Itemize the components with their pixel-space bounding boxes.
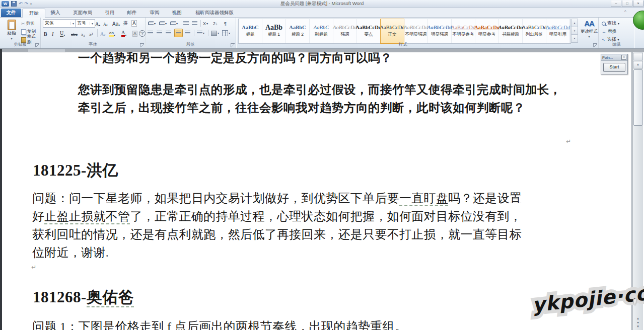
character-shading-button[interactable]: A	[132, 29, 137, 37]
ruler-toggle-button[interactable]	[633, 53, 643, 60]
decrease-indent-button[interactable]	[183, 20, 189, 27]
highlight-dropdown-icon[interactable]: ▾	[114, 33, 115, 37]
ribbon: 粘贴 ▾ ✂ 剪切 复制 格式刷 剪贴板 宋体 ▾ 五号 ▾ A▴	[0, 17, 644, 49]
style-chip-subtitle[interactable]: AaBbC副标题	[310, 19, 333, 43]
spellcheck-underline: 一直盯盘	[399, 192, 448, 206]
save-icon[interactable]	[11, 1, 17, 7]
paste-dropdown-icon[interactable]: ▾	[11, 37, 12, 40]
style-chip-normal[interactable]: AaBbCcDd正文	[380, 19, 404, 44]
strikethrough-button[interactable]: abc	[71, 29, 78, 37]
phonetic-guide-button[interactable]: 拼	[123, 19, 128, 27]
next-page-icon[interactable]: ▼	[636, 325, 639, 328]
font-size-combobox[interactable]: 五号 ▾	[75, 19, 95, 28]
font-size-dropdown-icon[interactable]: ▾	[90, 22, 93, 25]
align-right-button[interactable]	[166, 29, 171, 37]
align-left-button[interactable]	[148, 29, 153, 37]
style-chip-subtle-reference[interactable]: AaBaCcDd不明显参考	[452, 19, 475, 43]
sort-button[interactable]: 2↓	[213, 20, 218, 27]
change-case-button[interactable]: Aa▾	[112, 19, 120, 27]
start-button[interactable]: Start	[603, 63, 625, 72]
numbering-button[interactable]: ▾	[159, 20, 167, 27]
font-name-combobox[interactable]: 宋体 ▾	[43, 19, 76, 28]
qat-customize-icon[interactable]: ▾	[30, 2, 32, 6]
select-browse-object-icon[interactable]: ●	[637, 321, 639, 324]
tab-foxit-reader[interactable]: 福昕阅读器领鲜版	[188, 9, 241, 17]
shrink-font-button[interactable]: A▾	[103, 19, 108, 27]
styles-dialog-launcher-icon[interactable]	[593, 43, 597, 47]
multilevel-list-button[interactable]: ▾	[170, 20, 178, 27]
tab-review[interactable]: 审阅	[144, 9, 165, 17]
paste-button[interactable]: 粘贴 ▾	[2, 19, 21, 44]
style-chip-heading1[interactable]: AaBb标题 1	[262, 19, 286, 43]
styles-more-icon[interactable]: ▾	[571, 35, 578, 43]
style-chip-list-paragraph[interactable]: AaBbCcDd列出段落	[523, 19, 546, 43]
tab-file[interactable]: 文件	[1, 9, 21, 17]
character-border-button[interactable]: A	[131, 19, 137, 27]
align-center-button[interactable]	[157, 29, 162, 37]
find-button[interactable]: 查找 ▾	[602, 20, 619, 27]
multilevel-dropdown-icon: ▾	[176, 22, 178, 25]
bullets-button[interactable]: ▾	[148, 20, 156, 27]
italic-button[interactable]: I	[52, 29, 53, 37]
group-styles: AaBbC标题 AaBb标题 1 AaBbC标题 2 AaBbC副标题 AoBb…	[236, 17, 599, 48]
font-dialog-launcher-icon[interactable]	[140, 43, 144, 47]
style-chip-subtle-emphasis[interactable]: AaBbCcDd不明显强调	[404, 19, 428, 43]
style-chip-intense-quote[interactable]: AaBbCcDd明显引用	[546, 19, 570, 43]
show-marks-button[interactable]: ¶	[224, 20, 227, 27]
styles-scroll-down-icon[interactable]: ▾	[571, 27, 578, 35]
underline-dropdown-icon[interactable]: ▾	[63, 33, 65, 37]
style-chip-intense-emphasis[interactable]: AaBbCcDd明显强调	[428, 19, 452, 43]
word-logo-icon[interactable]: W	[2, 1, 9, 7]
increase-indent-button[interactable]	[192, 20, 197, 27]
superscript-button[interactable]: x²	[89, 29, 93, 37]
minimize-button[interactable]: –	[611, 1, 621, 7]
tab-references[interactable]: 引用	[100, 9, 120, 17]
style-chip-strong[interactable]: AaBbCcDd要点	[357, 19, 381, 43]
style-chip-heading2[interactable]: AaBbC标题 2	[286, 19, 310, 43]
styles-scroll-up-icon[interactable]: ▴	[571, 19, 578, 27]
undo-icon[interactable]: ↶	[19, 2, 23, 6]
collapse-ribbon-icon[interactable]: ^	[624, 9, 626, 14]
maximize-button[interactable]: □	[622, 1, 632, 7]
pointer-widget-box-icon[interactable]: □	[621, 55, 626, 60]
increase-indent-icon	[192, 21, 197, 26]
highlight-button[interactable]: ab ▾	[109, 29, 115, 37]
scroll-up-icon[interactable]: ▲	[633, 61, 643, 68]
tab-insert[interactable]: 插入	[45, 9, 65, 17]
line-spacing-button[interactable]: ▾	[197, 29, 204, 37]
tab-page-layout[interactable]: 页面布局	[66, 9, 99, 17]
justify-button[interactable]	[174, 29, 183, 37]
style-chip-title[interactable]: AaBbC标题	[239, 19, 262, 43]
question1-line4: 位附近，谢谢.	[32, 244, 109, 261]
tab-home[interactable]: 开始	[22, 9, 45, 18]
enclose-characters-button[interactable]: 字	[139, 29, 146, 37]
change-styles-button[interactable]: AA 更改样式 ▾	[580, 19, 598, 44]
font-color-button[interactable]: A ▾	[121, 29, 126, 37]
close-button[interactable]: ×	[633, 1, 643, 7]
shading-button[interactable]: ▾	[211, 29, 219, 37]
tab-view[interactable]: 视图	[166, 9, 187, 17]
borders-button[interactable]: ▾	[222, 29, 230, 37]
scrollbar-thumb[interactable]	[633, 69, 642, 126]
paragraph-dialog-launcher-icon[interactable]	[231, 43, 235, 47]
styles-gallery-scroll: ▴ ▾ ▾	[571, 19, 578, 43]
underline-button[interactable]: U ▾	[60, 29, 65, 37]
asian-layout-button[interactable]: X▾	[203, 20, 208, 27]
subscript-button[interactable]: x₂	[81, 29, 85, 37]
style-chip-emphasis[interactable]: AoBbCcDd强调	[333, 19, 357, 43]
style-chip-intense-reference[interactable]: AaBaCcDo明显参考	[475, 19, 499, 43]
cut-button[interactable]: ✂ 剪切	[21, 20, 39, 27]
font-color-dropdown-icon[interactable]: ▾	[125, 33, 126, 37]
style-chip-book-title[interactable]: AaBaCcDo书籍标题	[499, 19, 523, 43]
distribute-button[interactable]	[185, 29, 190, 37]
bold-button[interactable]: B	[44, 29, 47, 37]
clipboard-dialog-launcher-icon[interactable]	[35, 43, 39, 47]
redo-icon[interactable]: ↷	[25, 2, 29, 6]
borders-icon	[222, 30, 228, 36]
pointer-widget-titlebar[interactable]: Poin... □	[601, 54, 627, 61]
replace-button[interactable]: ↔ 替换	[602, 28, 617, 35]
text-effects-button[interactable]: A ▾	[100, 29, 105, 37]
font-name-dropdown-icon[interactable]: ▾	[70, 22, 74, 25]
tab-mailings[interactable]: 邮件	[121, 9, 143, 17]
grow-font-button[interactable]: A▴	[95, 19, 100, 27]
